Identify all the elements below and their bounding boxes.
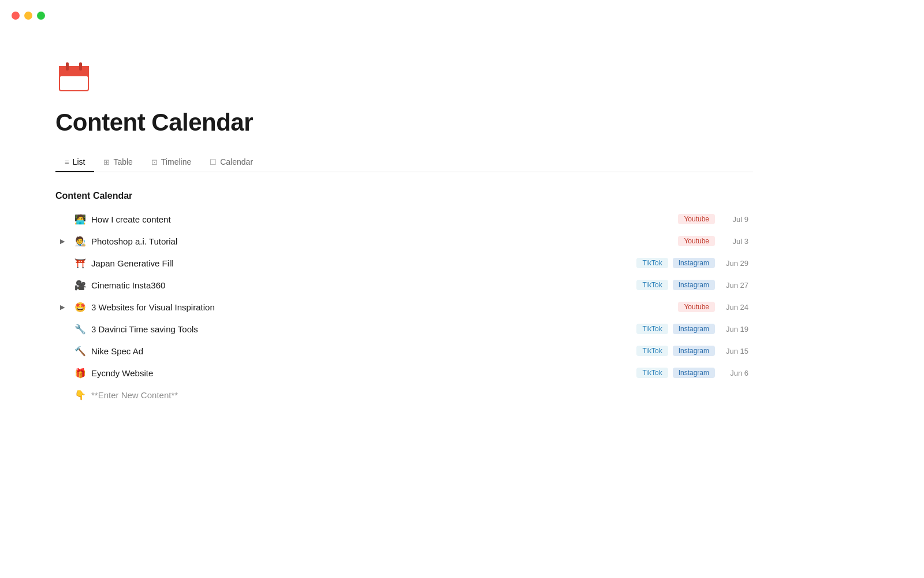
row-title: How I create content — [91, 214, 171, 224]
tag-instagram[interactable]: Instagram — [673, 346, 715, 356]
list-item[interactable]: 🎥Cinematic Insta360TikTokInstagramJun 27 — [55, 274, 753, 296]
section-title: Content Calendar — [55, 188, 753, 203]
list-item[interactable]: ⛩️Japan Generative FillTikTokInstagramJu… — [55, 252, 753, 274]
row-title: Photoshop a.i. Tutorial — [91, 236, 177, 246]
page-title: Content Calendar — [55, 109, 753, 136]
tag-instagram[interactable]: Instagram — [673, 258, 715, 268]
main-content: Content Calendar ≡ List ⊞ Table ⊡ Timeli… — [0, 0, 808, 440]
timeline-icon: ⊡ — [151, 158, 158, 166]
row-emoji: 🎁 — [74, 368, 87, 379]
maximize-button[interactable] — [37, 12, 45, 20]
row-emoji: 🔧 — [74, 324, 87, 335]
row-date: Jun 6 — [720, 369, 748, 377]
toggle-arrow[interactable]: ▶ — [60, 238, 69, 245]
row-date: Jun 15 — [720, 347, 748, 355]
tag-tiktok[interactable]: TikTok — [636, 280, 668, 290]
list-item[interactable]: 🧑‍💻How I create contentYoutubeJul 9 — [55, 208, 753, 230]
list-item[interactable]: ▶🧑‍🎨Photoshop a.i. TutorialYoutubeJul 3 — [55, 230, 753, 252]
tabs-container: ≡ List ⊞ Table ⊡ Timeline ☐ Calendar — [55, 153, 753, 172]
list-item[interactable]: 👇**Enter New Content** — [55, 384, 753, 406]
tag-instagram[interactable]: Instagram — [673, 324, 715, 334]
tag-instagram[interactable]: Instagram — [673, 280, 715, 290]
tag-tiktok[interactable]: TikTok — [636, 258, 668, 268]
row-emoji: 🔨 — [74, 346, 87, 357]
tag-tiktok[interactable]: TikTok — [636, 368, 668, 378]
tag-youtube[interactable]: Youtube — [678, 236, 715, 246]
tag-youtube[interactable]: Youtube — [678, 302, 715, 312]
row-emoji: 🧑‍💻 — [74, 214, 87, 225]
row-date: Jul 3 — [720, 237, 748, 246]
content-list: 🧑‍💻How I create contentYoutubeJul 9▶🧑‍🎨P… — [55, 208, 753, 406]
table-icon: ⊞ — [103, 158, 110, 166]
svg-rect-5 — [79, 62, 82, 71]
tab-list[interactable]: ≡ List — [55, 153, 94, 172]
tag-tiktok[interactable]: TikTok — [636, 324, 668, 334]
tag-instagram[interactable]: Instagram — [673, 368, 715, 378]
tab-calendar[interactable]: ☐ Calendar — [200, 153, 262, 172]
traffic-lights — [12, 12, 45, 20]
list-item[interactable]: 🔨Nike Spec AdTikTokInstagramJun 15 — [55, 340, 753, 362]
row-title: Japan Generative Fill — [91, 258, 173, 268]
list-item[interactable]: 🎁Eycndy WebsiteTikTokInstagramJun 6 — [55, 362, 753, 384]
svg-rect-2 — [59, 73, 89, 76]
tab-table[interactable]: ⊞ Table — [94, 153, 141, 172]
minimize-button[interactable] — [24, 12, 32, 20]
row-date: Jun 27 — [720, 281, 748, 290]
row-emoji: ⛩️ — [74, 258, 87, 269]
row-date: Jun 19 — [720, 325, 748, 334]
calendar-tab-icon: ☐ — [210, 158, 217, 166]
row-date: Jul 9 — [720, 215, 748, 224]
row-date: Jun 24 — [720, 303, 748, 312]
row-title: Eycndy Website — [91, 368, 153, 378]
row-title: Cinematic Insta360 — [91, 280, 165, 290]
svg-rect-3 — [60, 76, 88, 90]
list-item[interactable]: 🔧3 Davinci Time saving ToolsTikTokInstag… — [55, 318, 753, 340]
tab-timeline[interactable]: ⊡ Timeline — [142, 153, 200, 172]
close-button[interactable] — [12, 12, 20, 20]
row-emoji: 🎥 — [74, 280, 87, 291]
toggle-arrow[interactable]: ▶ — [60, 303, 69, 311]
row-title: 3 Davinci Time saving Tools — [91, 324, 198, 334]
list-icon: ≡ — [65, 158, 69, 166]
tag-youtube[interactable]: Youtube — [678, 214, 715, 224]
row-title: 3 Websites for Visual Inspiration — [91, 302, 215, 312]
svg-rect-4 — [66, 62, 69, 71]
list-item[interactable]: ▶🤩3 Websites for Visual InspirationYoutu… — [55, 296, 753, 318]
row-title: Nike Spec Ad — [91, 346, 143, 356]
row-emoji: 🤩 — [74, 302, 87, 313]
row-title: **Enter New Content** — [91, 390, 178, 400]
row-emoji: 👇 — [74, 390, 87, 401]
page-icon — [55, 58, 753, 97]
row-date: Jun 29 — [720, 259, 748, 268]
tag-tiktok[interactable]: TikTok — [636, 346, 668, 356]
row-emoji: 🧑‍🎨 — [74, 236, 87, 247]
